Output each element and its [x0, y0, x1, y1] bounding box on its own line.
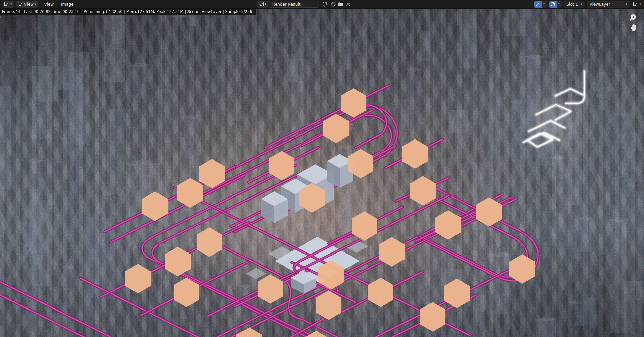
overlays-sphere-icon[interactable] — [549, 1, 557, 8]
shield-icon[interactable] — [321, 1, 328, 8]
image-editor-header: ▾ View ▾ View Image ▾ Render Result — [0, 0, 644, 9]
chevron-down-icon: ▾ — [581, 3, 582, 6]
folder-icon[interactable] — [337, 1, 344, 8]
region-collapse-chevron-icon[interactable]: ‹ — [642, 13, 643, 18]
menu-view[interactable]: View — [41, 2, 57, 7]
editor-type-dropdown[interactable]: ▾ — [3, 1, 14, 8]
view-layer-label: ViewLayer — [589, 2, 610, 7]
hand-pan-gizmo-icon[interactable] — [629, 23, 638, 32]
image-editor-icon — [4, 2, 9, 6]
render-slot-label: Slot 1 — [567, 2, 578, 7]
chevron-down-icon: ▾ — [639, 3, 641, 6]
zoom-in-gizmo-icon[interactable] — [629, 13, 637, 22]
image-browse-icon — [259, 2, 264, 6]
render-image-overlay — [0, 0, 644, 337]
chevron-down-icon: ▾ — [35, 3, 36, 6]
close-x-icon[interactable] — [344, 1, 352, 8]
image-browse-dropdown[interactable]: ▾ — [257, 1, 268, 8]
image-mode-dropdown[interactable]: View ▾ — [16, 1, 38, 8]
image-mode-label: View — [24, 2, 34, 7]
image-name-field[interactable]: Render Result — [269, 1, 319, 8]
render-result-viewport: Frame:44 | Last:00:20.82 Time:00:23.10 |… — [0, 0, 644, 337]
view-layer-dropdown[interactable]: ViewLayer ▾ — [587, 1, 630, 8]
chevron-down-icon[interactable]: ▾ — [542, 1, 547, 8]
chevron-down-icon: ▾ — [626, 3, 627, 6]
duplicate-pages-icon[interactable] — [330, 1, 337, 8]
chevron-down-icon[interactable]: ▾ — [557, 1, 562, 8]
gizmos-toggle-group: ▾ — [534, 1, 547, 8]
render-pass-dropdown[interactable]: ▾ — [632, 1, 643, 8]
render-pass-image-icon — [633, 2, 638, 6]
image-thumbnail-icon — [18, 2, 23, 6]
menu-image[interactable]: Image — [57, 2, 77, 7]
overlays-toggle-group: ▾ — [549, 1, 562, 8]
gizmo-arrow-icon[interactable] — [534, 1, 542, 8]
chevron-down-icon: ▾ — [10, 3, 12, 6]
render-stats-bar: Frame:44 | Last:00:20.82 Time:00:23.10 |… — [0, 9, 256, 15]
mouse-cursor-arrow: › — [0, 14, 2, 19]
render-slot-dropdown[interactable]: Slot 1 ▾ — [564, 1, 585, 8]
chevron-down-icon: ▾ — [265, 3, 266, 6]
blender-render-window: Frame:44 | Last:00:20.82 Time:00:23.10 |… — [0, 0, 644, 337]
